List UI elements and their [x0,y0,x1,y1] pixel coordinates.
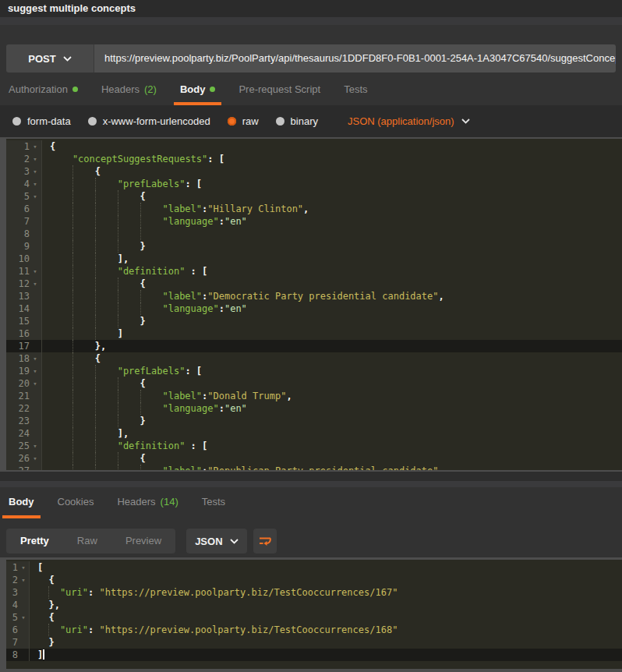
code-line[interactable]: 21"label":"Donald Trump", [6,390,622,402]
code-text: "conceptSuggestRequests": [ [42,153,622,165]
editor-gutter: 15 [6,315,42,327]
code-line[interactable]: 23} [6,415,622,427]
fold-arrow-icon[interactable]: ▾ [30,377,41,390]
code-line[interactable]: 8 [6,228,622,240]
tab-count-badge: (2) [144,83,157,95]
code-line[interactable]: 12▾{ [6,278,622,290]
code-token: : [219,303,224,314]
line-number: 27 [6,465,30,472]
body-mode-radio-raw[interactable]: raw [228,115,259,127]
tab-authorization[interactable]: Authorization [2,76,84,105]
fold-arrow-icon[interactable]: ▾ [18,561,29,574]
code-line[interactable]: 24], [6,427,622,440]
fold-arrow-icon[interactable]: ▾ [30,352,41,365]
code-line[interactable]: 7"language":"en" [6,215,622,228]
code-text: "uri": "https://preview.poolparty.biz/Te… [30,586,622,599]
code-line[interactable]: 22"language":"en" [6,402,622,415]
code-line[interactable]: 1▾[ [6,561,622,574]
indent-guide [95,302,118,315]
code-line[interactable]: 2▾"conceptSuggestRequests": [ [6,153,622,165]
line-number: 13 [6,290,30,302]
code-line[interactable]: 6"uri": "https://preview.poolparty.biz/T… [6,624,622,636]
code-line[interactable]: 13"label":"Democratic Party presidential… [6,290,622,302]
fold-arrow-icon[interactable]: ▾ [30,165,41,178]
tab-label: Authorization [9,83,68,95]
code-line[interactable]: 7} [6,636,622,649]
content-type-dropdown[interactable]: JSON (application/json) [348,115,470,127]
fold-arrow-icon[interactable]: ▾ [30,278,41,290]
request-body-editor[interactable]: 1▾{2▾"conceptSuggestRequests": [3▾{4▾"pr… [0,137,622,472]
chevron-down-icon [230,539,239,544]
fold-arrow-icon[interactable]: ▾ [18,574,29,586]
tab-body[interactable]: Body [174,76,222,105]
code-line[interactable]: 16] [6,327,622,340]
code-line[interactable]: 6"label":"Hillary Clinton", [6,203,622,215]
code-line[interactable]: 20▾{ [6,377,622,390]
body-mode-radio-form-data[interactable]: form-data [12,115,71,127]
code-line[interactable]: 4▾"prefLabels": [ [6,178,622,190]
code-line[interactable]: 8] [6,649,622,661]
fold-arrow-icon[interactable]: ▾ [30,265,41,278]
wrap-text-button[interactable] [253,529,277,554]
fold-arrow-icon[interactable]: ▾ [30,178,41,190]
code-token: "prefLabels" [118,366,186,377]
tab-body[interactable]: Body [2,487,41,518]
radio-icon [12,117,21,126]
view-mode-preview[interactable]: Preview [111,529,175,554]
code-line[interactable]: 3▾{ [6,165,622,178]
body-mode-radio-x-www-form-urlencoded[interactable]: x-www-form-urlencoded [88,115,210,127]
editor-gutter: 17 [6,340,42,352]
code-line[interactable]: 5▾{ [6,611,622,624]
url-input[interactable]: https://preview.poolparty.biz/PoolParty/… [94,44,616,73]
code-line[interactable]: 5▾{ [6,190,622,203]
method-dropdown[interactable]: POST [6,44,94,73]
code-line[interactable]: 15} [6,315,622,327]
line-number: 4 [6,178,30,190]
response-body-lines: 1▾[2▾{3"uri": "https://preview.poolparty… [6,560,622,661]
tab-pre-request-script[interactable]: Pre-request Script [232,76,327,105]
tab-tests[interactable]: Tests [338,76,373,105]
fold-arrow-icon[interactable]: ▾ [30,140,41,153]
indent-guide [72,265,95,278]
tab-tests[interactable]: Tests [196,487,231,518]
fold-spacer [30,465,41,472]
code-line[interactable]: 14"language":"en" [6,302,622,315]
view-mode-raw[interactable]: Raw [63,529,111,554]
code-line[interactable]: 1▾{ [6,140,622,153]
code-token: "Hillary Clinton" [207,203,303,214]
fold-arrow-icon[interactable]: ▾ [30,452,41,465]
code-line[interactable]: 17}, [6,340,622,352]
tab-cookies[interactable]: Cookies [51,487,101,518]
fold-arrow-icon[interactable]: ▾ [30,153,41,165]
fold-arrow-icon[interactable]: ▾ [30,440,41,452]
view-mode-pretty[interactable]: Pretty [6,529,63,554]
code-line[interactable]: 26▾{ [6,452,622,465]
response-format-dropdown[interactable]: JSON [186,529,246,554]
code-line[interactable]: 19▾"prefLabels": [ [6,365,622,377]
editor-gutter: 8 [6,228,42,240]
code-line[interactable]: 11▾"definition" : [ [6,265,622,278]
fold-arrow-icon[interactable]: ▾ [30,190,41,203]
fold-arrow-icon[interactable]: ▾ [18,611,29,624]
tab-headers[interactable]: Headers(2) [95,76,163,105]
indent-guide [48,586,59,599]
indent-guide [118,402,140,415]
body-mode-radio-binary[interactable]: binary [276,115,318,127]
fold-arrow-icon[interactable]: ▾ [30,365,41,377]
indent-guide [95,365,118,377]
panel-splitter[interactable] [0,481,622,487]
code-line[interactable]: 4}, [6,599,622,611]
code-line[interactable]: 18▾{ [6,352,622,365]
code-line[interactable]: 9} [6,240,622,253]
code-line[interactable]: 10], [6,253,622,265]
response-body-editor[interactable]: 1▾[2▾{3"uri": "https://preview.poolparty… [0,557,622,672]
code-token: { [140,453,146,464]
code-line[interactable]: 3"uri": "https://preview.poolparty.biz/T… [6,586,622,599]
body-mode-radios: form-datax-www-form-urlencodedrawbinary [12,115,335,127]
indent-guide [72,465,95,472]
tab-headers[interactable]: Headers(14) [111,487,184,518]
code-line[interactable]: 27"label":"Republican Party presidential… [6,465,622,472]
response-format-label: JSON [195,536,222,547]
code-line[interactable]: 2▾{ [6,574,622,586]
code-line[interactable]: 25▾"definition" : [ [6,440,622,452]
